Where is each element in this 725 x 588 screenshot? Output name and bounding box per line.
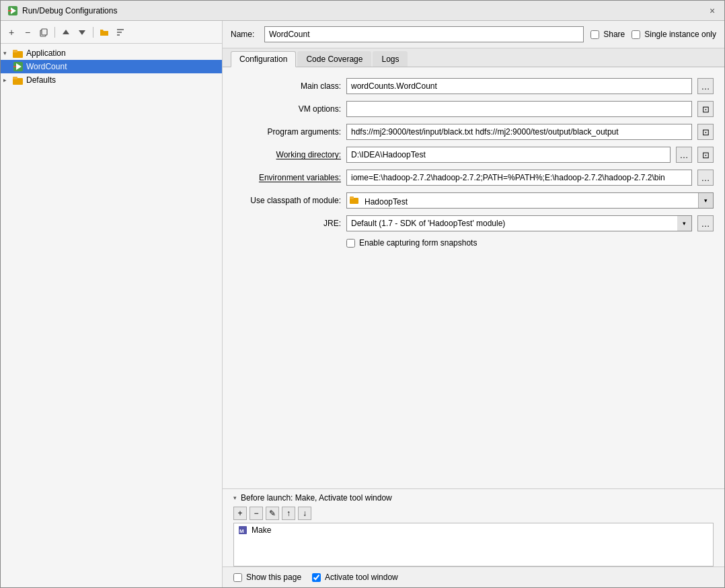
jre-dropdown-button[interactable]: ▾ xyxy=(677,215,692,231)
move-down-button[interactable] xyxy=(75,26,89,39)
share-group: Share xyxy=(590,30,625,39)
configuration-panel: Main class: … VM options: ⊡ Program argu… xyxy=(223,67,724,488)
sort-button[interactable] xyxy=(114,26,127,39)
main-class-label: Main class: xyxy=(233,81,341,91)
name-input[interactable] xyxy=(264,26,584,42)
enable-snapshots-row: Enable capturing form snapshots xyxy=(346,238,714,248)
activate-window-label[interactable]: Activate tool window xyxy=(325,573,398,582)
jre-label: JRE: xyxy=(233,219,341,228)
tree-arrow-defaults: ▸ xyxy=(3,77,13,83)
svg-marker-6 xyxy=(79,30,85,35)
tree-item-wordcount[interactable]: WordCount xyxy=(1,60,222,73)
program-args-label: Program arguments: xyxy=(233,127,341,137)
config-tabs: Configuration Code Coverage Logs xyxy=(223,48,724,67)
working-dir-input[interactable] xyxy=(346,147,671,163)
vm-options-expand-button[interactable]: ⊡ xyxy=(697,101,714,117)
before-launch-list: M Make xyxy=(233,523,714,566)
tree-label-application: Application xyxy=(26,48,66,58)
working-dir-copy-button[interactable]: ⊡ xyxy=(697,147,714,163)
main-class-input[interactable] xyxy=(346,78,692,94)
before-launch-remove-button[interactable]: − xyxy=(250,507,263,520)
before-launch-add-button[interactable]: + xyxy=(233,507,247,520)
right-panel: Name: Share Single instance only Configu… xyxy=(223,21,724,587)
title-bar: Run/Debug Configurations × xyxy=(1,1,724,21)
before-launch-down-button[interactable]: ↓ xyxy=(298,507,311,520)
window-title: Run/Debug Configurations xyxy=(22,6,117,15)
toolbar-separator2 xyxy=(93,27,93,38)
module-folder-icon xyxy=(347,195,362,206)
working-dir-browse-button[interactable]: … xyxy=(676,147,692,163)
tree-arrow-application: ▾ xyxy=(3,50,13,57)
jre-input[interactable] xyxy=(346,215,677,231)
launch-list-item: M Make xyxy=(234,523,713,537)
before-launch-arrow[interactable]: ▾ xyxy=(233,494,237,501)
single-instance-checkbox[interactable] xyxy=(632,30,640,39)
make-label: Make xyxy=(252,525,271,535)
sidebar-toolbar: + − xyxy=(1,21,222,44)
close-button[interactable]: × xyxy=(707,5,718,16)
main-class-browse-button[interactable]: … xyxy=(697,78,714,94)
activate-window-checkbox[interactable] xyxy=(312,573,321,582)
share-checkbox[interactable] xyxy=(590,30,599,39)
vm-options-label: VM options: xyxy=(233,104,341,114)
window-icon xyxy=(7,5,18,16)
arrow-up-icon xyxy=(62,28,70,36)
program-args-input[interactable] xyxy=(346,124,692,140)
enable-snapshots-checkbox[interactable] xyxy=(346,239,355,248)
tree-item-application[interactable]: ▾ Application xyxy=(1,46,222,60)
application-folder-icon xyxy=(13,48,24,59)
wordcount-run-icon xyxy=(13,61,24,72)
tab-configuration[interactable]: Configuration xyxy=(231,51,296,67)
tree-label-defaults: Defaults xyxy=(26,75,56,85)
before-launch-header: ▾ Before launch: Make, Activate tool win… xyxy=(233,489,714,507)
jre-row: JRE: ▾ … xyxy=(233,215,714,231)
toolbar-separator xyxy=(54,27,55,38)
name-label: Name: xyxy=(231,30,258,39)
program-args-expand-button[interactable]: ⊡ xyxy=(697,124,714,140)
bottom-bar: Show this page Activate tool window xyxy=(223,566,724,587)
svg-marker-5 xyxy=(63,30,69,34)
enable-snapshots-label[interactable]: Enable capturing form snapshots xyxy=(359,238,477,248)
working-dir-label: Working directory: xyxy=(233,150,341,159)
before-launch-section: ▾ Before launch: Make, Activate tool win… xyxy=(223,488,724,566)
tree-item-defaults[interactable]: ▸ Defaults xyxy=(1,73,222,87)
show-page-checkbox[interactable] xyxy=(233,573,242,582)
vm-options-row: VM options: ⊡ xyxy=(233,101,714,117)
classpath-row: Use classpath of module: HadoopTest ▾ xyxy=(233,192,714,209)
tab-code-coverage[interactable]: Code Coverage xyxy=(297,51,371,67)
single-instance-label[interactable]: Single instance only xyxy=(644,30,716,39)
jre-browse-button[interactable]: … xyxy=(697,215,714,231)
svg-rect-11 xyxy=(13,50,17,52)
activate-window-group: Activate tool window xyxy=(312,573,398,582)
module-select-wrapper: HadoopTest ▾ xyxy=(346,192,714,209)
move-up-button[interactable] xyxy=(59,26,73,39)
config-tree: ▾ Application xyxy=(1,44,222,587)
classpath-label: Use classpath of module: xyxy=(233,196,341,205)
add-config-button[interactable]: + xyxy=(5,26,18,39)
folder-button[interactable] xyxy=(98,26,111,39)
before-launch-edit-button[interactable]: ✎ xyxy=(266,507,279,520)
svg-text:M: M xyxy=(239,528,244,534)
before-launch-up-button[interactable]: ↑ xyxy=(282,507,295,520)
svg-rect-4 xyxy=(42,29,47,35)
share-label[interactable]: Share xyxy=(603,30,625,39)
env-vars-label: Environment variables: xyxy=(233,173,341,182)
before-launch-toolbar: + − ✎ ↑ ↓ xyxy=(233,507,714,520)
copy-icon xyxy=(39,28,48,37)
tree-label-wordcount: WordCount xyxy=(26,62,67,71)
env-vars-input[interactable] xyxy=(346,170,692,186)
svg-rect-18 xyxy=(350,196,354,199)
env-vars-browse-button[interactable]: … xyxy=(697,170,714,186)
defaults-icon xyxy=(13,75,24,85)
show-page-group: Show this page xyxy=(233,573,301,582)
svg-rect-2 xyxy=(8,10,11,11)
name-bar: Name: Share Single instance only xyxy=(223,21,724,48)
tab-logs[interactable]: Logs xyxy=(373,51,408,67)
copy-config-button[interactable] xyxy=(37,26,50,39)
working-dir-row: Working directory: … ⊡ xyxy=(233,147,714,163)
module-dropdown-button[interactable]: ▾ xyxy=(698,193,713,208)
env-vars-row: Environment variables: … xyxy=(233,170,714,186)
remove-config-button[interactable]: − xyxy=(21,26,34,39)
vm-options-input[interactable] xyxy=(346,101,692,117)
show-page-label[interactable]: Show this page xyxy=(246,573,301,582)
